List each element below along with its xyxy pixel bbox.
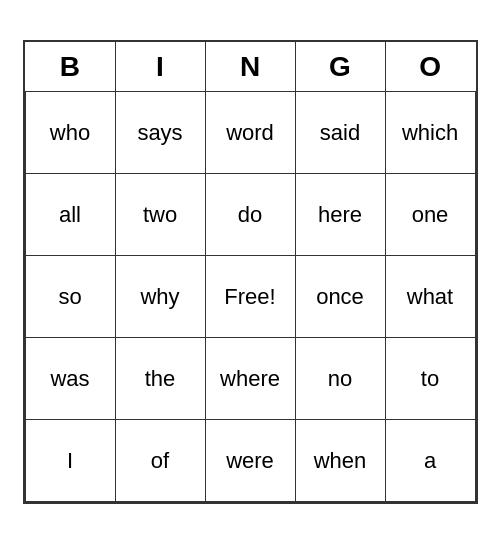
cell-r0-c2: word bbox=[205, 92, 295, 174]
cell-r2-c0: so bbox=[25, 256, 115, 338]
cell-r4-c0: I bbox=[25, 420, 115, 502]
cell-r2-c3: once bbox=[295, 256, 385, 338]
cell-r1-c2: do bbox=[205, 174, 295, 256]
header-b: B bbox=[25, 42, 115, 92]
cell-r1-c3: here bbox=[295, 174, 385, 256]
cell-r2-c2: Free! bbox=[205, 256, 295, 338]
cell-r0-c3: said bbox=[295, 92, 385, 174]
table-row: alltwodohereone bbox=[25, 174, 475, 256]
cell-r3-c2: where bbox=[205, 338, 295, 420]
cell-r4-c1: of bbox=[115, 420, 205, 502]
table-row: Iofwerewhena bbox=[25, 420, 475, 502]
cell-r1-c1: two bbox=[115, 174, 205, 256]
cell-r0-c1: says bbox=[115, 92, 205, 174]
header-o: O bbox=[385, 42, 475, 92]
cell-r0-c0: who bbox=[25, 92, 115, 174]
cell-r3-c4: to bbox=[385, 338, 475, 420]
table-row: sowhyFree!oncewhat bbox=[25, 256, 475, 338]
header-row: B I N G O bbox=[25, 42, 475, 92]
cell-r4-c4: a bbox=[385, 420, 475, 502]
table-row: wasthewherenoto bbox=[25, 338, 475, 420]
cell-r2-c4: what bbox=[385, 256, 475, 338]
cell-r3-c0: was bbox=[25, 338, 115, 420]
header-g: G bbox=[295, 42, 385, 92]
header-i: I bbox=[115, 42, 205, 92]
cell-r4-c2: were bbox=[205, 420, 295, 502]
cell-r3-c3: no bbox=[295, 338, 385, 420]
bingo-body: whosayswordsaidwhichalltwodohereonesowhy… bbox=[25, 92, 475, 502]
cell-r1-c0: all bbox=[25, 174, 115, 256]
table-row: whosayswordsaidwhich bbox=[25, 92, 475, 174]
cell-r2-c1: why bbox=[115, 256, 205, 338]
bingo-card: B I N G O whosayswordsaidwhichalltwodohe… bbox=[23, 40, 478, 505]
cell-r0-c4: which bbox=[385, 92, 475, 174]
cell-r1-c4: one bbox=[385, 174, 475, 256]
cell-r4-c3: when bbox=[295, 420, 385, 502]
cell-r3-c1: the bbox=[115, 338, 205, 420]
bingo-table: B I N G O whosayswordsaidwhichalltwodohe… bbox=[25, 42, 476, 503]
header-n: N bbox=[205, 42, 295, 92]
